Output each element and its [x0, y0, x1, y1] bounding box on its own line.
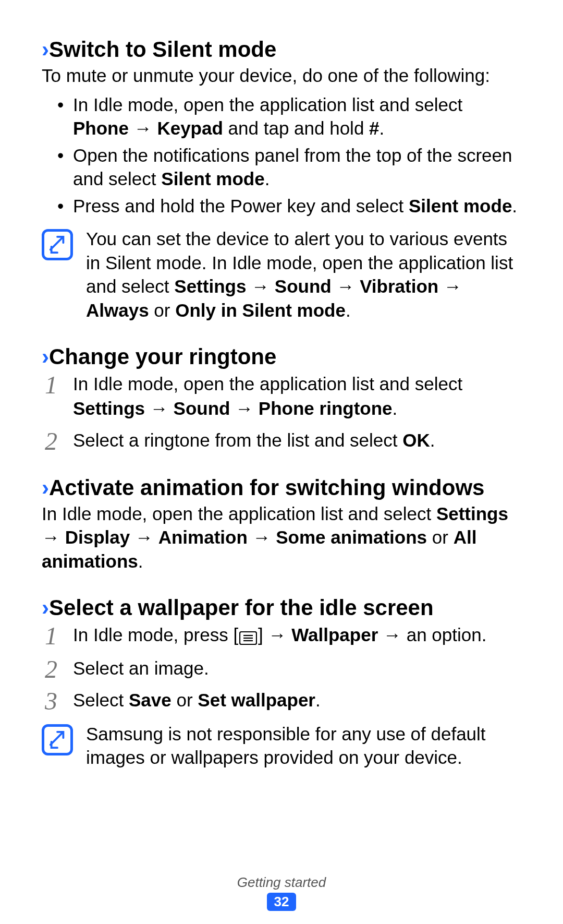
chevron-icon: ›: [42, 37, 49, 62]
chevron-icon: ›: [42, 475, 49, 500]
step-list: 1 In Idle mode, press [] → Wallpaper → a…: [42, 622, 521, 713]
step-number: 2: [45, 425, 57, 459]
heading-text: Change your ringtone: [49, 344, 276, 369]
step-number: 2: [45, 653, 57, 687]
heading-text: Switch to Silent mode: [49, 37, 276, 62]
step-number: 1: [45, 368, 57, 402]
chevron-icon: ›: [42, 344, 49, 369]
step-list: 1 In Idle mode, open the application lis…: [42, 371, 521, 453]
heading-silent-mode: ›Switch to Silent mode: [42, 37, 521, 63]
step-item: 3 Select Save or Set wallpaper.: [42, 688, 521, 712]
page-footer: Getting started 32: [0, 874, 563, 911]
footer-section-label: Getting started: [0, 874, 563, 891]
step-number: 3: [45, 685, 57, 718]
step-item: 2 Select an image.: [42, 656, 521, 680]
step-item: 1 In Idle mode, press [] → Wallpaper → a…: [42, 622, 521, 649]
note-block: You can set the device to alert you to v…: [42, 227, 521, 322]
bullet-item: Open the notifications panel from the to…: [57, 143, 521, 191]
chevron-icon: ›: [42, 595, 49, 620]
note-info-icon: [42, 229, 73, 260]
heading-text: Select a wallpaper for the idle screen: [49, 595, 434, 620]
step-item: 1 In Idle mode, open the application lis…: [42, 371, 521, 421]
note-text: You can set the device to alert you to v…: [86, 227, 521, 322]
bullet-list: In Idle mode, open the application list …: [42, 93, 521, 218]
heading-text: Activate animation for switching windows: [49, 475, 484, 500]
bullet-item: Press and hold the Power key and select …: [57, 194, 521, 218]
manual-page: ›Switch to Silent mode To mute or unmute…: [0, 0, 563, 924]
body-text: In Idle mode, open the application list …: [42, 502, 521, 573]
bullet-item: In Idle mode, open the application list …: [57, 93, 521, 140]
note-info-icon: [42, 724, 73, 755]
intro-text: To mute or unmute your device, do one of…: [42, 64, 521, 88]
heading-animation: ›Activate animation for switching window…: [42, 475, 521, 501]
step-item: 2 Select a ringtone from the list and se…: [42, 428, 521, 452]
heading-ringtone: ›Change your ringtone: [42, 344, 521, 370]
menu-button-icon: [239, 624, 257, 649]
note-block: Samsung is not responsible for any use o…: [42, 722, 521, 770]
page-number-badge: 32: [267, 893, 297, 911]
step-number: 1: [45, 619, 57, 653]
note-text: Samsung is not responsible for any use o…: [86, 722, 521, 770]
heading-wallpaper: ›Select a wallpaper for the idle screen: [42, 595, 521, 621]
